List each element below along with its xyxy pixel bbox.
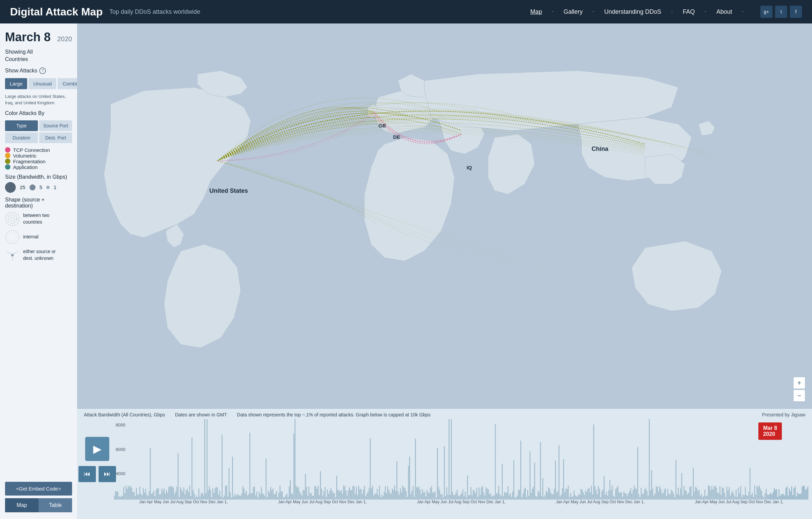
svg-rect-191 [323, 491, 324, 499]
svg-rect-253 [395, 491, 396, 499]
nav-gallery[interactable]: Gallery [563, 8, 583, 16]
svg-rect-237 [377, 489, 377, 499]
svg-rect-219 [356, 487, 357, 499]
svg-rect-494 [674, 497, 675, 499]
svg-rect-242 [382, 496, 383, 499]
zoom-in-button[interactable]: + [793, 377, 805, 389]
chart-graph[interactable]: Mar 8 2020 8000 6000 4000 [114, 419, 809, 499]
svg-rect-366 [526, 497, 527, 499]
world-map[interactable]: United States GB DE IQ China [77, 24, 812, 405]
facebook-icon[interactable]: f [790, 6, 802, 18]
dest-port-button[interactable]: Dest. Port [39, 133, 72, 143]
svg-rect-256 [399, 495, 400, 499]
svg-rect-497 [678, 488, 678, 499]
svg-rect-53 [164, 488, 164, 499]
svg-rect-280 [427, 490, 427, 499]
svg-rect-205 [340, 491, 340, 499]
svg-rect-383 [546, 491, 547, 499]
view-tabs: Map Table [5, 498, 72, 512]
svg-rect-451 [625, 493, 625, 499]
large-button[interactable]: Large [5, 78, 27, 89]
type-color-button[interactable]: Type [5, 120, 38, 131]
nav-faq[interactable]: FAQ [683, 8, 695, 16]
svg-rect-218 [355, 494, 355, 499]
svg-rect-78 [193, 490, 194, 499]
svg-rect-188 [320, 471, 321, 499]
svg-rect-19 [124, 493, 125, 499]
nav-understanding-ddos[interactable]: Understanding DDoS [604, 8, 661, 16]
svg-rect-471 [648, 495, 648, 499]
svg-rect-524 [709, 486, 710, 499]
rewind-button[interactable]: ⏮ [79, 466, 96, 482]
svg-rect-108 [227, 496, 228, 499]
svg-rect-18 [123, 487, 124, 499]
social-icons: g+ t f [760, 6, 802, 18]
svg-rect-401 [567, 489, 567, 499]
svg-rect-527 [713, 489, 713, 499]
svg-rect-537 [724, 493, 725, 499]
svg-rect-414 [582, 490, 582, 499]
svg-rect-380 [543, 478, 543, 499]
size-medium-circle [29, 184, 35, 191]
google-plus-icon[interactable]: g+ [760, 6, 773, 18]
svg-rect-568 [760, 489, 761, 499]
zoom-out-button[interactable]: − [793, 390, 805, 402]
nav-about[interactable]: About [717, 8, 732, 16]
svg-rect-326 [480, 495, 481, 499]
svg-rect-528 [714, 486, 715, 499]
svg-rect-557 [747, 496, 748, 499]
svg-rect-412 [579, 495, 580, 499]
svg-rect-160 [288, 497, 288, 499]
svg-rect-134 [258, 497, 258, 499]
twitter-icon[interactable]: t [775, 6, 787, 18]
unusual-button[interactable]: Unusual [29, 78, 56, 89]
source-port-button[interactable]: Source Port [39, 120, 72, 131]
svg-rect-564 [755, 494, 756, 499]
svg-rect-187 [319, 495, 319, 499]
svg-rect-526 [712, 486, 712, 499]
map-tab[interactable]: Map [5, 498, 38, 512]
svg-rect-584 [779, 490, 779, 499]
info-icon[interactable]: ? [39, 67, 46, 74]
svg-rect-251 [393, 490, 394, 499]
svg-rect-243 [384, 492, 384, 499]
svg-rect-95 [212, 488, 213, 499]
map-container: United States GB DE IQ China + − Attack … [77, 24, 812, 519]
svg-rect-334 [489, 494, 490, 499]
svg-rect-129 [252, 493, 253, 499]
svg-rect-105 [224, 495, 225, 499]
svg-rect-88 [204, 419, 205, 499]
svg-rect-265 [409, 457, 410, 499]
svg-rect-341 [497, 493, 498, 499]
svg-rect-399 [564, 492, 565, 499]
svg-rect-566 [758, 487, 758, 499]
svg-rect-363 [523, 493, 523, 499]
svg-rect-223 [361, 489, 361, 499]
embed-code-button[interactable]: <Get Embed Code> [5, 482, 72, 495]
between-countries-icon [5, 211, 20, 226]
duration-button[interactable]: Duration [5, 133, 38, 143]
svg-rect-131 [254, 487, 255, 499]
svg-rect-202 [336, 476, 337, 499]
svg-rect-287 [435, 491, 435, 499]
svg-rect-240 [380, 497, 381, 499]
svg-rect-34 [142, 495, 143, 499]
fast-forward-button[interactable]: ⏭ [98, 466, 116, 482]
svg-rect-586 [781, 494, 782, 499]
svg-rect-408 [575, 495, 575, 499]
svg-rect-60 [172, 486, 173, 499]
svg-rect-29 [136, 488, 137, 499]
combined-button[interactable]: Combined [58, 78, 77, 89]
svg-rect-603 [801, 493, 801, 499]
svg-rect-176 [306, 487, 307, 499]
svg-rect-384 [547, 492, 548, 499]
play-button[interactable]: ▶ [85, 437, 109, 461]
svg-rect-449 [622, 497, 623, 499]
svg-rect-36 [144, 492, 145, 499]
svg-rect-245 [386, 493, 387, 499]
svg-rect-594 [790, 491, 791, 499]
nav-map[interactable]: Map [530, 8, 542, 16]
svg-rect-477 [655, 493, 656, 499]
table-tab[interactable]: Table [38, 498, 72, 512]
svg-rect-121 [242, 486, 243, 499]
